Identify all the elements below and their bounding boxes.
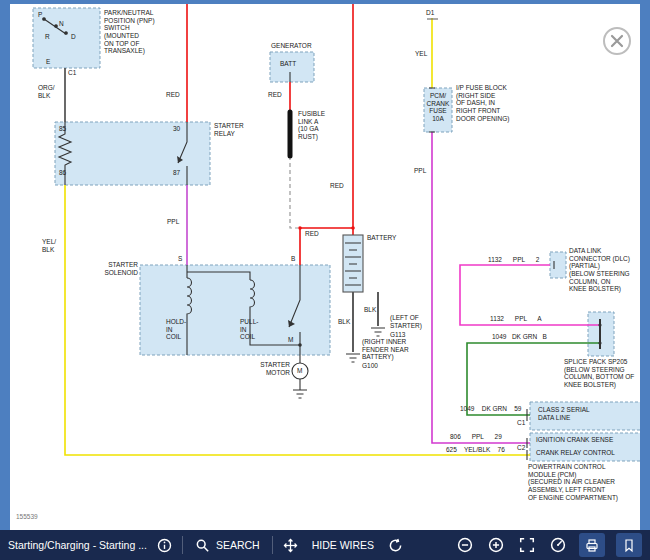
pnp-position-p: P [38, 11, 42, 19]
solenoid-terminal-m: M [288, 336, 293, 344]
wire-ppl-ignition-sense [432, 132, 530, 443]
zoom-in-icon [488, 537, 504, 553]
starter-motor-label: STARTER MOTOR [248, 361, 290, 376]
g100-location-label: (RIGHT INNER FENDER NEAR BATTERY) [362, 338, 409, 361]
diagram-title: Starting/Charging - Starting ... [8, 539, 147, 551]
red-wire-label-relay: RED [166, 91, 180, 99]
starter-solenoid-box [140, 265, 330, 355]
toolbar-divider [182, 536, 183, 554]
dlc-wire-label: 1132 PPL 2 [488, 256, 539, 264]
search-icon [195, 538, 210, 553]
pcm-crank-fuse-label: PCM/ CRANK FUSE 10A [424, 92, 452, 123]
starter-solenoid-label: STARTER SOLENOID [92, 261, 138, 276]
blk-wire-label-g100: BLK [338, 318, 350, 326]
refresh-button[interactable] [386, 536, 405, 555]
pnp-position-d: D [71, 33, 76, 41]
relay-pin-85: 85 [59, 125, 66, 133]
crank-relay-control-label: CRANK RELAY CONTROL [536, 449, 615, 457]
search-label: SEARCH [216, 539, 260, 551]
class2-label: CLASS 2 SERIAL DATA LINE [538, 406, 590, 421]
fusible-link-label: FUSIBLE LINK A (10 GA RUST) [298, 110, 325, 141]
toolbar-right-group [455, 533, 642, 557]
pnp-connector-c1: C1 [68, 69, 76, 77]
yel-blk-wire-label: YEL/ BLK [42, 238, 56, 253]
junction-dot [351, 226, 355, 230]
hold-in-coil-label: HOLD- IN COIL [166, 318, 186, 341]
ground-g100-icon [346, 354, 360, 362]
close-button[interactable] [603, 27, 631, 55]
info-icon [157, 538, 172, 553]
junction-dot [298, 226, 302, 230]
diagram-number: 155539 [16, 513, 38, 521]
dlc-label: DATA LINK CONNECTOR (DLC) (PARTIAL) (BEL… [569, 247, 630, 293]
ground-g113-icon [371, 328, 385, 336]
pull-in-coil-label: PULL- IN COIL [240, 318, 258, 341]
pnp-terminal-e: E [46, 58, 50, 66]
hide-wires-label: HIDE WIRES [312, 539, 374, 551]
ignition-crank-sense-label: IGNITION CRANK SENSE [536, 436, 613, 444]
reset-zoom-button[interactable] [548, 535, 568, 555]
zoom-in-button[interactable] [486, 535, 506, 555]
right-frame [640, 0, 650, 530]
pan-icon [283, 538, 298, 553]
gauge-icon [550, 537, 566, 553]
top-frame [0, 0, 650, 4]
wire-generator-dashed [290, 156, 298, 228]
blk-wire-label-g113: BLK [364, 306, 376, 314]
org-blk-wire-label: ORG/ BLK [38, 84, 55, 99]
splice-wire-b-label: 1049 DK GRN B [492, 333, 547, 341]
pnp-position-n: N [59, 20, 64, 28]
d1-label: D1 [426, 9, 434, 17]
red-wire-label-generator: RED [268, 91, 282, 99]
pcm-connector-c1: C1 [517, 419, 525, 427]
crank-control-wire-label: 625 YEL/BLK 76 [446, 446, 505, 454]
search-button[interactable]: SEARCH [191, 536, 264, 555]
print-icon [585, 538, 599, 553]
red-wire-label-battery: RED [330, 182, 344, 190]
solenoid-terminal-s: S [178, 255, 182, 263]
battery-label: BATTERY [367, 234, 396, 242]
ground-motor-icon [293, 390, 307, 398]
left-frame [0, 0, 10, 530]
red-wire-label-solenoid: RED [305, 230, 319, 238]
g113-location-label: (LEFT OF STARTER) [390, 314, 422, 329]
fit-screen-button[interactable] [517, 535, 537, 555]
splice-pack-label: SPLICE PACK SP205 (BELOW STEERING COLUMN… [564, 358, 634, 389]
info-button[interactable] [155, 536, 174, 555]
g113-label: G113 [390, 331, 405, 339]
fit-screen-icon [519, 537, 535, 553]
solenoid-terminal-b: B [291, 255, 295, 263]
relay-pin-30: 30 [173, 125, 180, 133]
bookmark-button[interactable] [616, 533, 642, 557]
battery-symbol [343, 235, 363, 292]
g100-label: G100 [362, 362, 378, 370]
pcm-connector-c2: C2 [517, 444, 525, 452]
starter-relay-label: STARTER RELAY [214, 122, 244, 137]
relay-pin-87: 87 [173, 169, 180, 177]
zoom-out-icon [457, 537, 473, 553]
pnp-switch-box [33, 8, 100, 68]
class2-wire-label: 1049 DK GRN 59 [460, 405, 521, 413]
generator-label: GENERATOR [271, 42, 312, 50]
generator-batt-label: BATT [280, 60, 296, 68]
pan-button[interactable] [281, 536, 300, 555]
bottom-toolbar: Starting/Charging - Starting ... SEARCH … [0, 530, 650, 560]
print-button[interactable] [579, 533, 605, 557]
refresh-icon [388, 538, 403, 553]
zoom-out-button[interactable] [455, 535, 475, 555]
ignition-sense-wire-label: 806 PPL 29 [450, 433, 502, 441]
pcm-label: POWERTRAIN CONTROL MODULE (PCM) (SECURED… [528, 463, 618, 501]
relay-pin-86: 86 [59, 169, 66, 177]
hide-wires-button[interactable]: HIDE WIRES [308, 537, 378, 553]
ppl-wire-label-right: PPL [414, 167, 426, 175]
dlc-box [550, 252, 566, 278]
yel-wire-label: YEL [415, 50, 427, 58]
pnp-switch-label: PARK/NEUTRAL POSITION (PNP) SWITCH (MOUN… [104, 9, 155, 55]
splice-wire-a-label: 1132 PPL A [490, 315, 542, 323]
ppl-wire-label-left: PPL [167, 218, 179, 226]
fuse-block-label: I/P FUSE BLOCK (RIGHT SIDE OF DASH, IN R… [456, 84, 509, 122]
pnp-position-r: R [45, 33, 50, 41]
bookmark-icon [622, 538, 636, 553]
close-icon [610, 34, 624, 48]
toolbar-divider [272, 536, 273, 554]
